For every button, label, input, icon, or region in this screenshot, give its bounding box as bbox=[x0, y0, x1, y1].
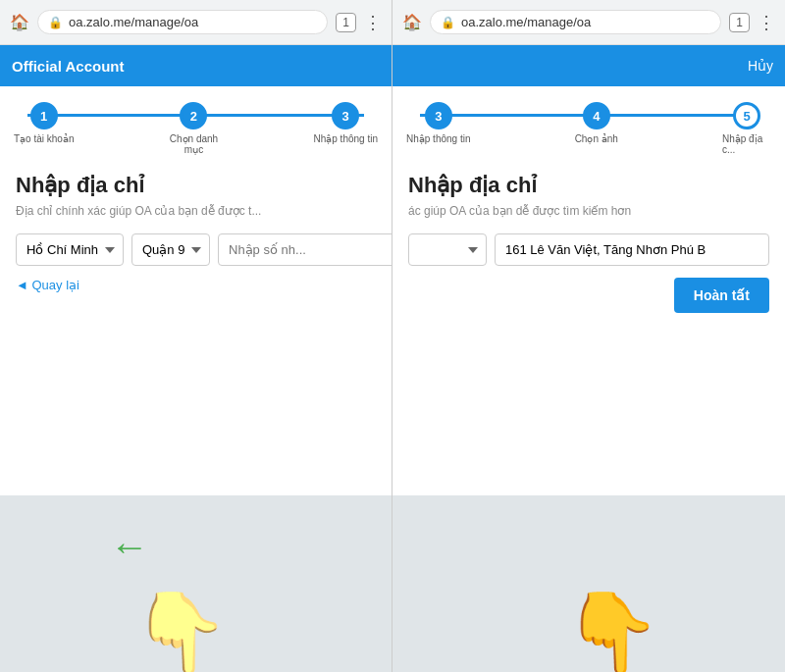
menu-dots-left[interactable]: ⋮ bbox=[364, 12, 382, 33]
step-circle-5-right: 5 bbox=[733, 102, 760, 129]
tab-badge-right[interactable]: 1 bbox=[729, 13, 750, 32]
page-title-left: Nhập địa chỉ bbox=[16, 173, 376, 198]
steps-container-left: 1 Tạo tài khoản 2 Chọn danh mục 3 Nhập t… bbox=[0, 86, 392, 163]
arrow-icon-left: ← bbox=[110, 525, 149, 569]
form-section-right: Nhập địa chỉ ác giúp OA của bạn dễ được … bbox=[392, 163, 785, 495]
home-icon-right[interactable]: 🏠 bbox=[402, 13, 422, 31]
page-title-right: Nhập địa chỉ bbox=[408, 173, 769, 198]
home-icon-left[interactable]: 🏠 bbox=[10, 13, 29, 31]
step-circle-3-left: 3 bbox=[332, 102, 359, 129]
blue-header-left: Official Account bbox=[0, 45, 392, 86]
back-link-left[interactable]: ◄ Quay lại bbox=[16, 278, 376, 292]
hand-gesture-right: 👇 bbox=[563, 594, 661, 672]
blue-header-right: Hủy bbox=[392, 45, 785, 86]
step-4-right: 4 Chọn ảnh bbox=[575, 102, 618, 155]
page-subtitle-right: ác giúp OA của bạn dễ được tìm kiếm hơn bbox=[408, 204, 769, 218]
form-section-left: Nhập địa chỉ Địa chỉ chính xác giúp OA c… bbox=[0, 163, 392, 495]
step-circle-3-right: 3 bbox=[425, 102, 452, 129]
district-select-right[interactable] bbox=[408, 233, 487, 266]
steps-row-right: 3 Nhập thông tin 4 Chọn ảnh 5 Nhập địa c… bbox=[406, 102, 771, 155]
page-subtitle-left: Địa chỉ chính xác giúp OA của bạn dễ đượ… bbox=[16, 204, 376, 218]
step-3-left: 3 Nhập thông tin bbox=[313, 102, 378, 155]
step-circle-1-left: 1 bbox=[30, 102, 58, 129]
step-1-left: 1 Tạo tài khoản bbox=[14, 102, 74, 155]
step-5-right: 5 Nhập địa c... bbox=[722, 102, 771, 155]
step-circle-2-left: 2 bbox=[180, 102, 207, 129]
right-panel: 🏠 🔒 oa.zalo.me/manage/oa 1 ⋮ Hủy 3 Nhập … bbox=[392, 0, 785, 672]
address-bar-left[interactable]: 🔒 oa.zalo.me/manage/oa bbox=[37, 10, 328, 34]
browser-bar-right: 🏠 🔒 oa.zalo.me/manage/oa 1 ⋮ bbox=[392, 0, 785, 45]
tab-badge-left[interactable]: 1 bbox=[336, 13, 356, 32]
content-area-right: 3 Nhập thông tin 4 Chọn ảnh 5 Nhập địa c… bbox=[392, 86, 785, 495]
step-circle-4-right: 4 bbox=[583, 102, 610, 129]
form-row-right bbox=[408, 233, 769, 266]
content-area-left: 1 Tạo tài khoản 2 Chọn danh mục 3 Nhập t… bbox=[0, 86, 392, 495]
step-3-right: 3 Nhập thông tin bbox=[406, 102, 471, 155]
left-panel: 🏠 🔒 oa.zalo.me/manage/oa 1 ⋮ Official Ac… bbox=[0, 0, 392, 672]
city-select-left[interactable]: Hồ Chí Minh bbox=[16, 233, 124, 266]
lock-icon-left: 🔒 bbox=[48, 16, 63, 29]
step-label-5-right: Nhập địa c... bbox=[722, 133, 771, 155]
address-bar-right[interactable]: 🔒 oa.zalo.me/manage/oa bbox=[430, 10, 721, 34]
address-input-left[interactable] bbox=[218, 233, 392, 266]
bottom-area-left: ← 👇 bbox=[0, 495, 392, 672]
menu-dots-right[interactable]: ⋮ bbox=[758, 12, 775, 33]
step-2-left: 2 Chọn danh mục bbox=[159, 102, 228, 155]
steps-row-left: 1 Tạo tài khoản 2 Chọn danh mục 3 Nhập t… bbox=[14, 102, 378, 155]
header-title-left: Official Account bbox=[12, 58, 124, 75]
address-input-right[interactable] bbox=[495, 233, 769, 266]
form-row-left: Hồ Chí Minh Quận 9 bbox=[16, 233, 376, 266]
complete-button[interactable]: Hoàn tất bbox=[674, 278, 769, 313]
action-row-right: Hoàn tất bbox=[408, 278, 769, 313]
district-select-left[interactable]: Quận 9 bbox=[131, 233, 210, 266]
cancel-button-right[interactable]: Hủy bbox=[748, 58, 773, 74]
hand-gesture-left: 👇 bbox=[131, 594, 230, 672]
url-right: oa.zalo.me/manage/oa bbox=[461, 15, 591, 29]
bottom-area-right: 👇 bbox=[392, 495, 785, 672]
steps-container-right: 3 Nhập thông tin 4 Chọn ảnh 5 Nhập địa c… bbox=[392, 86, 785, 163]
lock-icon-right: 🔒 bbox=[441, 16, 455, 29]
step-label-3-left: Nhập thông tin bbox=[313, 133, 378, 144]
browser-bar-left: 🏠 🔒 oa.zalo.me/manage/oa 1 ⋮ bbox=[0, 0, 392, 45]
step-label-3-right: Nhập thông tin bbox=[406, 133, 471, 144]
step-label-2-left: Chọn danh mục bbox=[159, 133, 228, 155]
step-label-4-right: Chọn ảnh bbox=[575, 133, 618, 144]
step-label-1-left: Tạo tài khoản bbox=[14, 133, 74, 144]
url-left: oa.zalo.me/manage/oa bbox=[69, 15, 198, 29]
